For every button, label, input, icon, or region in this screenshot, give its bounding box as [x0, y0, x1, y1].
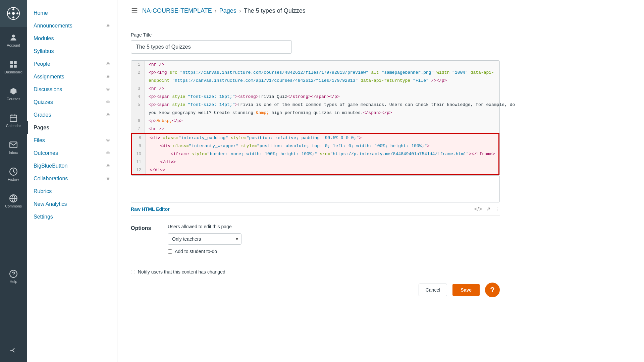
code-line-2b: endpoint="https://canvas.instructure.com… — [131, 77, 499, 85]
code-line-11: 11 </div> — [131, 158, 499, 166]
sidebar-item-files[interactable]: Files 👁 — [27, 134, 117, 147]
options-section: Options Users allowed to edit this page … — [131, 224, 540, 254]
header: NA-COURSE-TEMPLATE › Pages › The 5 types… — [117, 0, 644, 22]
sidebar-item-bigbluebutton[interactable]: BigBlueButton 👁 — [27, 160, 117, 172]
eye-icon-bigbluebutton: 👁 — [106, 163, 110, 169]
page-title-label: Page Title — [131, 32, 540, 38]
code-toggle-icon[interactable]: </> — [474, 206, 482, 212]
breadcrumb: NA-COURSE-TEMPLATE › Pages › The 5 types… — [142, 7, 306, 14]
sidebar-item-syllabus[interactable]: Syllabus — [27, 45, 117, 58]
sidebar-item-grades[interactable]: Grades 👁 — [27, 109, 117, 121]
sidebar-item-modules[interactable]: Modules — [27, 32, 117, 45]
code-line-7: 7 <hr /> — [131, 125, 499, 133]
svg-point-1 — [12, 12, 15, 15]
page-title-input[interactable] — [131, 40, 292, 54]
sidebar-item-announcements[interactable]: Announcements 👁 — [27, 19, 117, 32]
sidebar-item-assignments[interactable]: Assignments 👁 — [27, 70, 117, 83]
code-line-2a: 2 <p><img src="https://canvas.instructur… — [131, 69, 499, 77]
options-content: Users allowed to edit this page Only tea… — [168, 224, 241, 254]
svg-point-6 — [12, 35, 15, 38]
sidebar-item-rubrics[interactable]: Rubrics — [27, 185, 117, 198]
sidebar-item-help[interactable]: Help — [0, 263, 27, 290]
todo-checkbox[interactable] — [168, 249, 172, 254]
raw-html-editor-bar: Raw HTML Editor </> ↗ ⋮ — [131, 202, 500, 216]
breadcrumb-sep-2: › — [239, 7, 241, 14]
code-editor-empty — [131, 176, 500, 202]
code-line-5b: you know geography well? Create stunning… — [131, 109, 499, 117]
app-logo[interactable] — [0, 0, 27, 27]
sidebar-nav: Home Announcements 👁 Modules Syllabus Pe… — [27, 0, 117, 362]
svg-rect-11 — [10, 115, 17, 122]
notify-label[interactable]: Notify users that this content has chang… — [138, 269, 225, 275]
eye-icon-files: 👁 — [106, 138, 110, 143]
edit-permission-wrapper: Only teachers Teachers and students Anyo… — [168, 233, 241, 245]
sidebar-item-settings[interactable]: Settings — [27, 210, 117, 223]
breadcrumb-sep-1: › — [215, 7, 217, 14]
save-button[interactable]: Save — [452, 284, 480, 296]
svg-point-2 — [12, 8, 14, 10]
code-line-1: 1 <hr /> — [131, 61, 499, 69]
code-line-10: 10 <iframe style="border: none; width: 1… — [131, 150, 499, 158]
eye-icon-quizzes: 👁 — [106, 100, 110, 105]
code-editor[interactable]: 1 <hr /> 2 <p><img src="https://canvas.i… — [131, 60, 500, 176]
code-line-12: 12 </div> — [131, 166, 499, 175]
code-line-3: 3 <hr /> — [131, 85, 499, 93]
sidebar-item-quizzes[interactable]: Quizzes 👁 — [27, 96, 117, 109]
raw-html-editor-label[interactable]: Raw HTML Editor — [131, 206, 170, 212]
eye-icon-people: 👁 — [106, 61, 110, 67]
cancel-button[interactable]: Cancel — [419, 284, 447, 296]
sidebar-item-discussions[interactable]: Discussions 👁 — [27, 83, 117, 96]
svg-rect-10 — [14, 65, 17, 68]
eye-icon-collaborations: 👁 — [106, 176, 110, 181]
divider — [470, 206, 470, 212]
sidebar-item-dashboard[interactable]: Dashboard — [0, 54, 27, 80]
edit-permission-label: Users allowed to edit this page — [168, 224, 241, 229]
main-content: NA-COURSE-TEMPLATE › Pages › The 5 types… — [117, 0, 644, 362]
todo-checkbox-row: Add to student to-do — [168, 249, 241, 254]
breadcrumb-current: The 5 types of Quizzes — [244, 7, 306, 14]
eye-icon-grades: 👁 — [106, 112, 110, 118]
content-area: Page Title 1 <hr /> 2 <p><img src="https… — [117, 22, 553, 307]
svg-rect-9 — [10, 65, 13, 68]
raw-html-actions: </> ↗ ⋮ — [470, 206, 500, 212]
icon-rail: Account Dashboard Courses Calendar Inbox… — [0, 0, 27, 362]
notify-row: Notify users that this content has chang… — [131, 261, 500, 275]
code-line-5a: 5 <p><span style="font-size: 14pt;">Triv… — [131, 101, 499, 109]
edit-permission-dropdown[interactable]: Only teachers Teachers and students Anyo… — [168, 233, 241, 245]
svg-rect-8 — [14, 61, 17, 64]
collapse-nav-button[interactable] — [0, 339, 27, 362]
sidebar-item-commons[interactable]: Commons — [0, 188, 27, 215]
footer-actions: Cancel Save ? — [131, 283, 500, 297]
code-line-6: 6 <p>&nbsp;</p> — [131, 117, 499, 125]
hamburger-menu[interactable] — [131, 7, 138, 15]
sidebar-item-collaborations[interactable]: Collaborations 👁 — [27, 172, 117, 185]
sidebar-item-history[interactable]: History — [0, 161, 27, 188]
eye-icon-discussions: 👁 — [106, 87, 110, 92]
eye-icon-assignments: 👁 — [106, 74, 110, 79]
sidebar-item-new-analytics[interactable]: New Analytics — [27, 198, 117, 210]
code-line-9: 9 <div class="interacty_wrapper" style="… — [131, 142, 499, 150]
svg-rect-7 — [10, 61, 13, 64]
svg-point-4 — [8, 12, 10, 14]
sidebar-item-courses[interactable]: Courses — [0, 80, 27, 107]
code-line-4: 4 <p><span style="font-size: 18pt;"><str… — [131, 93, 499, 101]
sidebar-item-account[interactable]: Account — [0, 27, 27, 54]
sidebar-item-pages[interactable]: Pages — [27, 121, 117, 134]
options-label: Options — [131, 224, 158, 231]
sidebar-item-outcomes[interactable]: Outcomes 👁 — [27, 147, 117, 160]
eye-icon-outcomes: 👁 — [106, 150, 110, 156]
more-options-icon[interactable]: ⋮ — [494, 206, 500, 212]
todo-label[interactable]: Add to student to-do — [175, 249, 217, 254]
breadcrumb-section[interactable]: Pages — [219, 7, 236, 14]
expand-icon[interactable]: ↗ — [486, 206, 490, 212]
sidebar-item-people[interactable]: People 👁 — [27, 58, 117, 70]
code-line-8: 8 <div class="interacty_padding" style="… — [131, 133, 499, 142]
sidebar-item-inbox[interactable]: Inbox — [0, 134, 27, 161]
sidebar-item-home[interactable]: Home — [27, 7, 117, 19]
breadcrumb-course[interactable]: NA-COURSE-TEMPLATE — [142, 7, 212, 14]
help-button[interactable]: ? — [485, 283, 500, 297]
notify-checkbox[interactable] — [131, 270, 135, 274]
eye-icon-announcements: 👁 — [106, 23, 110, 28]
svg-point-3 — [12, 16, 14, 18]
sidebar-item-calendar[interactable]: Calendar — [0, 107, 27, 134]
